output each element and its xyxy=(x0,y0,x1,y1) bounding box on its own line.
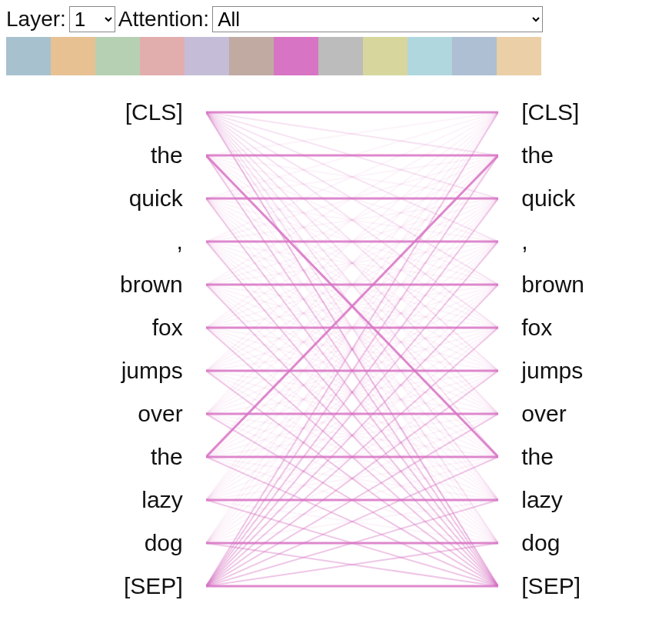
token-left[interactable]: fox xyxy=(146,306,189,349)
svg-line-115 xyxy=(206,414,498,500)
svg-line-25 xyxy=(206,155,498,198)
token-left[interactable]: [CLS] xyxy=(119,91,189,134)
token-left[interactable]: the xyxy=(145,134,189,177)
svg-line-84 xyxy=(206,112,498,414)
svg-line-119 xyxy=(206,500,498,586)
svg-line-38 xyxy=(206,198,498,242)
palette-swatch-9[interactable] xyxy=(408,37,452,75)
svg-line-61 xyxy=(206,155,498,328)
svg-line-188 xyxy=(206,112,498,500)
svg-line-23 xyxy=(206,155,498,586)
svg-line-42 xyxy=(206,242,498,371)
svg-line-3 xyxy=(206,112,498,242)
attention-select[interactable]: All xyxy=(212,6,543,32)
token-right[interactable]: lazy xyxy=(515,478,568,522)
token-left[interactable]: quick xyxy=(123,177,189,220)
svg-line-37 xyxy=(206,155,498,242)
svg-line-166 xyxy=(206,457,498,586)
token-left[interactable]: lazy xyxy=(135,478,188,522)
token-left[interactable]: over xyxy=(131,392,188,435)
palette-swatch-4[interactable] xyxy=(185,37,229,75)
token-right[interactable]: the xyxy=(515,435,560,478)
svg-line-137 xyxy=(206,328,498,586)
palette-swatch-5[interactable] xyxy=(229,37,274,75)
svg-line-16 xyxy=(206,155,498,285)
token-right[interactable]: the xyxy=(515,134,560,177)
svg-line-83 xyxy=(206,371,498,586)
svg-line-77 xyxy=(206,328,498,371)
head-color-palette[interactable] xyxy=(6,37,666,75)
svg-line-74 xyxy=(206,198,498,371)
svg-line-184 xyxy=(206,112,498,328)
svg-line-164 xyxy=(206,371,498,586)
svg-line-111 xyxy=(206,242,498,500)
svg-line-89 xyxy=(206,328,498,414)
svg-line-128 xyxy=(206,457,498,543)
svg-line-163 xyxy=(206,328,498,586)
svg-line-6 xyxy=(206,112,498,371)
attention-visualization: [CLS]thequick,brownfoxjumpsoverthelazydo… xyxy=(114,91,590,629)
svg-line-49 xyxy=(206,155,498,285)
svg-line-50 xyxy=(206,198,498,285)
token-right[interactable]: jumps xyxy=(515,349,589,392)
palette-swatch-0[interactable] xyxy=(6,37,51,75)
token-right[interactable]: over xyxy=(515,392,572,435)
token-left[interactable]: [SEP] xyxy=(118,565,189,608)
palette-swatch-2[interactable] xyxy=(95,37,140,75)
token-right[interactable]: brown xyxy=(515,263,590,306)
token-right[interactable]: fox xyxy=(515,306,558,349)
svg-line-1 xyxy=(206,112,498,155)
svg-line-2 xyxy=(206,112,498,198)
token-left[interactable]: jumps xyxy=(115,349,189,392)
svg-line-103 xyxy=(206,414,498,457)
palette-swatch-8[interactable] xyxy=(363,37,408,75)
svg-line-85 xyxy=(206,155,498,414)
palette-swatch-11[interactable] xyxy=(497,37,541,75)
token-right[interactable]: [SEP] xyxy=(515,565,587,608)
svg-line-114 xyxy=(206,371,498,500)
palette-swatch-6[interactable] xyxy=(274,37,318,75)
palette-swatch-7[interactable] xyxy=(318,37,363,75)
svg-line-116 xyxy=(206,457,498,500)
palette-swatch-10[interactable] xyxy=(452,37,497,75)
token-right[interactable]: , xyxy=(515,220,534,263)
layer-label: Layer: xyxy=(6,7,66,32)
svg-line-124 xyxy=(206,285,498,543)
svg-line-129 xyxy=(206,500,498,543)
palette-swatch-1[interactable] xyxy=(51,37,95,75)
svg-line-161 xyxy=(206,242,498,586)
svg-line-131 xyxy=(206,543,498,586)
svg-line-82 xyxy=(206,371,498,543)
svg-line-185 xyxy=(206,112,498,371)
svg-line-182 xyxy=(206,112,498,242)
layer-select[interactable]: 1 xyxy=(69,6,115,32)
svg-line-62 xyxy=(206,198,498,328)
svg-line-98 xyxy=(206,198,498,457)
token-column-right: [CLS]thequick,brownfoxjumpsoverthelazydo… xyxy=(515,91,590,608)
svg-line-157 xyxy=(206,155,498,457)
svg-line-7 xyxy=(206,112,498,414)
svg-line-18 xyxy=(206,155,498,371)
svg-line-48 xyxy=(206,112,498,285)
svg-line-47 xyxy=(206,242,498,586)
svg-line-112 xyxy=(206,285,498,500)
svg-line-141 xyxy=(206,500,498,586)
svg-line-28 xyxy=(206,198,498,285)
svg-line-172 xyxy=(206,242,498,586)
token-left[interactable]: dog xyxy=(138,522,189,565)
token-right[interactable]: dog xyxy=(515,522,566,565)
svg-line-122 xyxy=(206,198,498,543)
svg-line-81 xyxy=(206,371,498,500)
token-right[interactable]: [CLS] xyxy=(515,91,585,134)
svg-line-8 xyxy=(206,112,498,457)
token-left[interactable]: brown xyxy=(114,263,189,306)
svg-line-33 xyxy=(206,198,498,500)
token-right[interactable]: quick xyxy=(515,177,581,220)
svg-line-107 xyxy=(206,457,498,586)
token-left[interactable]: , xyxy=(170,220,188,263)
svg-line-56 xyxy=(206,285,498,457)
token-left[interactable]: the xyxy=(145,435,189,478)
svg-line-17 xyxy=(206,155,498,328)
svg-line-43 xyxy=(206,242,498,414)
palette-swatch-3[interactable] xyxy=(140,37,185,75)
